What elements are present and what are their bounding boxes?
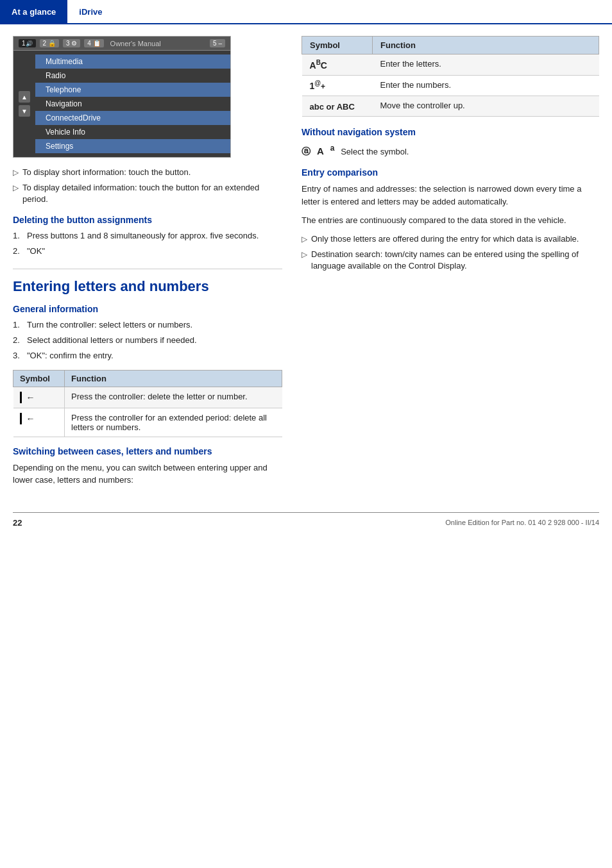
- func-col-header: Function: [65, 370, 282, 387]
- back-delete-all-icon: ←: [20, 413, 58, 424]
- entry-comparison-para1: Entry of names and addresses: the select…: [302, 183, 599, 208]
- bullet-item: ▷ Only those letters are offered during …: [302, 233, 599, 245]
- menu-item-settings[interactable]: Settings: [35, 139, 230, 153]
- main-content: 1🔊 2 🔒 3 ⚙ 4 📋 Owner's Manual 5 – ▲ ▼ Mu…: [0, 24, 612, 493]
- function-cell: Press the controller: delete the letter …: [65, 387, 282, 408]
- sym-circle-a: ⓐ: [302, 146, 310, 156]
- entry-comparison-para2: The entries are continuously compared to…: [302, 214, 599, 227]
- general-info-heading: General information: [13, 304, 282, 314]
- bullet-text: Only those letters are offered during th…: [311, 233, 579, 245]
- gen-step-2: Select additional letters or numbers if …: [13, 335, 282, 346]
- sym-col-header: Symbol: [13, 370, 65, 387]
- bar-icon: [20, 413, 22, 424]
- num-symbol: 1@+: [310, 81, 326, 91]
- header: At a glance iDrive: [0, 0, 612, 24]
- tab-at-a-glance[interactable]: At a glance: [0, 0, 67, 23]
- menu-tab-4[interactable]: 4 📋: [84, 39, 103, 47]
- arrow-left-icon: ←: [26, 413, 35, 424]
- right-symbol-table: Symbol Function ABC Enter the letters. 1…: [302, 36, 599, 117]
- symbol-cell: ←: [13, 387, 65, 408]
- entering-big-title: Entering letters and numbers: [13, 269, 282, 295]
- step-text: Turn the controller: select letters or n…: [27, 319, 192, 331]
- abc-symbol: ABC: [310, 60, 327, 71]
- deleting-steps: Press buttons 1 and 8 simultaneously for…: [13, 230, 282, 257]
- function-cell: Press the controller for an extended per…: [65, 408, 282, 437]
- nav-symbols-display: ⓐ A a: [302, 146, 337, 156]
- table-row: abc or ABC Move the controller up.: [302, 96, 599, 117]
- abc-super-b: B: [316, 59, 321, 66]
- page-number: 22: [13, 518, 22, 528]
- menu-item-telephone[interactable]: Telephone: [35, 83, 230, 97]
- menu-tab-5[interactable]: 5 –: [210, 39, 225, 47]
- right-func-cell: Enter the numbers.: [373, 75, 599, 96]
- deleting-heading: Deleting the button assignments: [13, 215, 282, 225]
- bullet-text: Destination search: town/city names can …: [311, 249, 599, 272]
- without-nav-body: ⓐ A a Select the symbol.: [302, 142, 599, 158]
- edition-text: Online Edition for Part no. 01 40 2 928 …: [445, 519, 599, 526]
- tab-idrive[interactable]: iDrive: [67, 0, 114, 23]
- step-text: "OK": confirm the entry.: [27, 350, 114, 362]
- right-sym-cell: 1@+: [302, 75, 373, 96]
- step-text: Select additional letters or numbers if …: [27, 335, 197, 346]
- left-column: 1🔊 2 🔒 3 ⚙ 4 📋 Owner's Manual 5 – ▲ ▼ Mu…: [13, 36, 282, 493]
- menu-item-connecteddrive[interactable]: ConnectedDrive: [35, 111, 230, 125]
- menu-tab-1[interactable]: 1🔊: [19, 39, 36, 47]
- right-sym-header: Symbol: [302, 37, 373, 54]
- menu-item-navigation[interactable]: Navigation: [35, 97, 230, 111]
- bullet-text: To display detailed information: touch t…: [22, 182, 282, 205]
- bar-icon: [20, 392, 22, 403]
- back-delete-icon: ←: [20, 392, 58, 403]
- general-steps: Turn the controller: select letters or n…: [13, 319, 282, 362]
- switching-heading: Switching between cases, letters and num…: [13, 446, 282, 456]
- table-row: 1@+ Enter the numbers.: [302, 75, 599, 96]
- entry-comparison-heading: Entry comparison: [302, 167, 599, 178]
- intro-bullet-list: ▷ To display short information: touch th…: [13, 167, 282, 206]
- idrive-menu-items-list: Multimedia Radio Telephone Navigation Co…: [35, 54, 230, 153]
- table-row: ← Press the controller for an extended p…: [13, 408, 282, 437]
- symbol-cell: ←: [13, 408, 65, 437]
- menu-item-radio[interactable]: Radio: [35, 69, 230, 83]
- right-column: Symbol Function ABC Enter the letters. 1…: [302, 36, 599, 493]
- menu-tab-manual: Owner's Manual: [108, 40, 207, 47]
- bullet-item: ▷ Destination search: town/city names ca…: [302, 249, 599, 272]
- table-row: ABC Enter the letters.: [302, 54, 599, 76]
- sym-cap-a: A: [317, 146, 324, 156]
- nav-arrow-up[interactable]: ▲: [19, 91, 30, 103]
- bullet-arrow-icon: ▷: [302, 249, 307, 272]
- gen-step-3: "OK": confirm the entry.: [13, 350, 282, 362]
- bullet-arrow-icon: ▷: [13, 183, 19, 205]
- nav-arrow-down[interactable]: ▼: [19, 105, 30, 117]
- without-nav-text: Select the symbol.: [341, 147, 409, 156]
- symbol-function-table: Symbol Function ← Press the controller: …: [13, 370, 282, 437]
- right-sym-cell: abc or ABC: [302, 96, 373, 117]
- table-row: ← Press the controller: delete the lette…: [13, 387, 282, 408]
- right-func-cell: Move the controller up.: [373, 96, 599, 117]
- step-1: Press buttons 1 and 8 simultaneously for…: [13, 230, 282, 242]
- bullet-text: To display short information: touch the …: [22, 167, 191, 178]
- abc-or-ABC-symbol: abc or ABC: [310, 102, 355, 112]
- menu-item-multimedia[interactable]: Multimedia: [35, 54, 230, 69]
- switching-body: Depending on the menu, you can switch be…: [13, 462, 282, 487]
- step-text: "OK": [27, 246, 45, 257]
- bullet-arrow-icon: ▷: [13, 167, 19, 178]
- without-nav-heading: Without navigation system: [302, 127, 599, 137]
- step-2: "OK": [13, 246, 282, 257]
- menu-item-vehicleinfo[interactable]: Vehicle Info: [35, 125, 230, 139]
- idrive-menu-screenshot: 1🔊 2 🔒 3 ⚙ 4 📋 Owner's Manual 5 – ▲ ▼ Mu…: [13, 36, 231, 158]
- arrow-left-icon: ←: [26, 392, 35, 403]
- sym-small-a: a: [330, 144, 335, 153]
- right-func-header: Function: [373, 37, 599, 54]
- right-sym-cell: ABC: [302, 54, 373, 76]
- idrive-menu-top-bar: 1🔊 2 🔒 3 ⚙ 4 📋 Owner's Manual 5 –: [13, 37, 230, 51]
- menu-tab-2[interactable]: 2 🔒: [40, 39, 59, 47]
- bullet-arrow-icon: ▷: [302, 234, 307, 245]
- footer: 22 Online Edition for Part no. 01 40 2 9…: [13, 512, 599, 530]
- menu-tab-3[interactable]: 3 ⚙: [63, 39, 80, 47]
- idrive-menu-body: ▲ ▼ Multimedia Radio Telephone Navigatio…: [13, 51, 230, 157]
- gen-step-1: Turn the controller: select letters or n…: [13, 319, 282, 331]
- idrive-nav-arrows: ▲ ▼: [13, 54, 35, 153]
- bullet-item: ▷ To display detailed information: touch…: [13, 182, 282, 205]
- step-text: Press buttons 1 and 8 simultaneously for…: [27, 230, 259, 242]
- entry-comparison-bullets: ▷ Only those letters are offered during …: [302, 233, 599, 272]
- right-func-cell: Enter the letters.: [373, 54, 599, 76]
